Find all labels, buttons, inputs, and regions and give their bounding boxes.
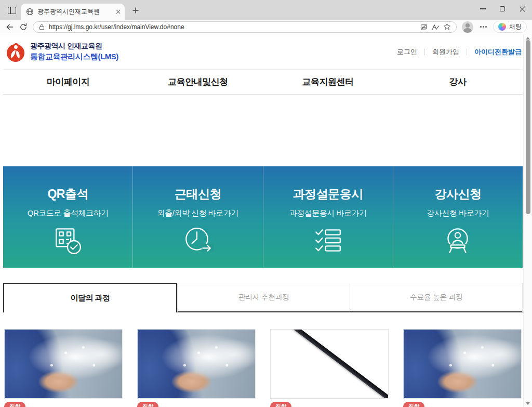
read-aloud-icon[interactable] [431,23,440,31]
course-type-badge: 집합 [270,402,291,407]
page-scrollbar[interactable] [523,34,532,407]
maximize-icon [500,6,505,11]
tab-title: 광주광역시인재교육원 [37,7,112,16]
quick-card-qr-attendance[interactable]: QR출석 QR코드로 출석체크하기 [3,166,132,268]
new-tab-button[interactable] [129,4,142,17]
course-thumbnail-global-network[interactable] [4,329,123,399]
globe-favicon [26,8,34,16]
logo-mark-icon [5,41,26,63]
window-controls [473,0,532,18]
quick-card-title: 근태신청 [133,186,262,202]
pen-graphic [270,329,389,399]
quick-card-title: 과정설문응시 [263,186,393,202]
utility-links: 로그인 회원가입 아이디전환발급 [397,47,522,57]
tab-actions-icon[interactable] [5,4,19,17]
course-card[interactable]: 집합 [4,329,123,407]
course-tabs: 이달의 과정 관리자 추천과정 수료율 높은 과정 [3,283,523,312]
quick-card-title: QR출석 [3,186,132,202]
tracking-prevention-icon[interactable] [420,23,428,31]
global-nav: 마이페이지 교육안내및신청 교육지원센터 강사 [3,69,523,95]
course-thumbnail-document-signing[interactable] [270,329,389,399]
minimize-icon [480,8,486,9]
more-menu-icon[interactable] [478,21,488,33]
nav-item-course-apply[interactable]: 교육안내및신청 [133,70,263,94]
course-type-badge: 집합 [4,402,25,407]
browser-toolbar: https://gj.lms.go.kr/user/index/mainView… [0,20,532,34]
instructor-podium-icon [442,225,474,257]
favorite-star-icon[interactable] [443,23,451,31]
id-issue-link[interactable]: 아이디전환발급 [474,47,522,57]
survey-checklist-icon [312,225,344,257]
clock-arrow-icon [182,225,214,257]
plus-icon [132,7,139,14]
course-card[interactable]: 집합 [403,329,522,407]
quick-card-attendance-request[interactable]: 근태신청 외출/외박 신청 바로가기 [132,166,262,268]
divider [424,49,425,55]
scroll-down-arrow[interactable] [524,400,532,407]
tab-close-icon[interactable] [116,9,121,14]
course-type-badge: 집합 [403,402,424,407]
tab-monthly-courses[interactable]: 이달의 과정 [3,283,177,312]
browser-window: 광주광역시인재교육원 [0,0,532,407]
nav-item-support-center[interactable]: 교육지원센터 [263,70,393,94]
logo-line1: 광주광역시 인재교육원 [30,42,118,51]
course-thumbnail-global-network[interactable] [403,329,522,399]
quick-card-subtitle: QR코드로 출석체크하기 [3,208,132,218]
maximize-button[interactable] [493,0,512,18]
course-card-list: 집합 집합 집합 집합 [3,329,523,407]
profile-avatar[interactable] [462,21,473,33]
close-button[interactable] [512,0,532,18]
quick-card-course-survey[interactable]: 과정설문응시 과정설문응시 바로가기 [263,166,393,268]
page-content: 광주광역시 인재교육원 통합교육관리시스템(LMS) 로그인 회원가입 아이디전… [3,34,523,407]
quick-card-subtitle: 과정설문응시 바로가기 [263,208,393,218]
course-card[interactable]: 집합 [137,329,256,407]
quick-card-subtitle: 강사신청 바로가기 [393,208,523,218]
close-icon [520,6,525,12]
nav-item-instructor[interactable]: 강사 [393,70,523,94]
signup-link[interactable]: 회원가입 [432,47,459,57]
qr-check-icon [52,225,84,257]
course-type-badge: 집합 [137,402,158,407]
lock-icon [38,23,45,31]
browser-tab-strip: 광주광역시인재교육원 [0,0,532,20]
web-page: 광주광역시 인재교육원 통합교육관리시스템(LMS) 로그인 회원가입 아이디전… [0,34,532,407]
copilot-button[interactable]: 채팅 [493,21,527,33]
tab-admin-recommended[interactable]: 관리자 추천과정 [177,283,350,312]
quick-link-banner: QR출석 QR코드로 출석체크하기 [3,166,523,268]
site-header: 광주광역시 인재교육원 통합교육관리시스템(LMS) 로그인 회원가입 아이디전… [3,34,523,69]
empty-hero-area [3,95,523,166]
workspaces-icon [8,7,16,14]
logo-line2: 통합교육관리시스템(LMS) [30,52,118,62]
copilot-label: 채팅 [509,22,522,31]
back-icon[interactable] [5,23,14,31]
minimize-button[interactable] [473,0,493,18]
quick-card-title: 강사신청 [393,186,523,202]
refresh-icon[interactable] [19,23,28,31]
tab-high-completion[interactable]: 수료율 높은 과정 [350,283,523,312]
course-card[interactable]: 집합 [270,329,389,407]
site-logo[interactable]: 광주광역시 인재교육원 통합교육관리시스템(LMS) [5,41,118,63]
quick-card-subtitle: 외출/외박 신청 바로가기 [133,208,262,218]
course-thumbnail-global-network[interactable] [137,329,256,399]
browser-tab[interactable]: 광주광역시인재교육원 [21,4,125,20]
copilot-icon [498,23,506,31]
address-bar[interactable]: https://gj.lms.go.kr/user/index/mainView… [33,21,457,33]
nav-item-mypage[interactable]: 마이페이지 [3,70,133,94]
login-link[interactable]: 로그인 [397,47,417,57]
logo-text: 광주광역시 인재교육원 통합교육관리시스템(LMS) [30,42,118,62]
divider [467,49,467,55]
scrollbar-thumb[interactable] [526,40,530,214]
url-text[interactable]: https://gj.lms.go.kr/user/index/mainView… [49,23,416,31]
quick-card-instructor-apply[interactable]: 강사신청 강사신청 바로가기 [393,166,523,268]
